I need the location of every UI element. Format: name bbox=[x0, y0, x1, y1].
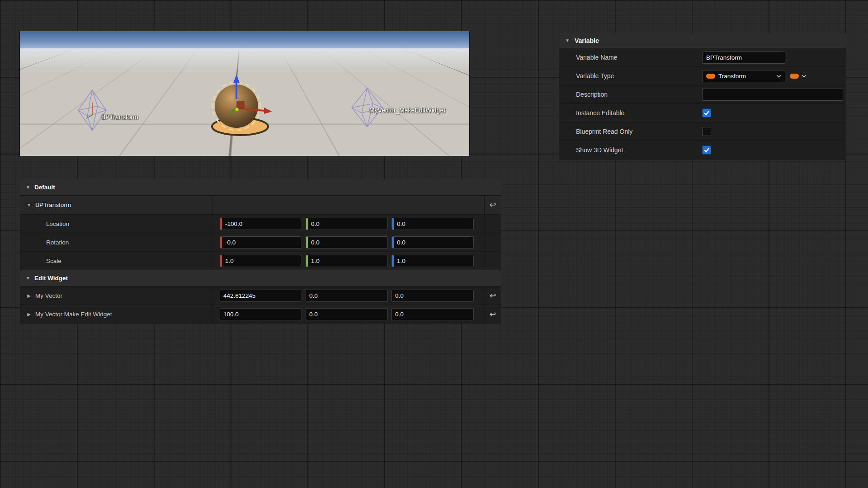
gizmo-x-arrowhead[interactable] bbox=[264, 108, 272, 114]
variable-name-label: Variable Name bbox=[559, 54, 702, 61]
rotation-label: Rotation bbox=[46, 239, 69, 246]
my-vector-row: ▶ My Vector ↩ bbox=[20, 286, 501, 305]
instance-editable-label: Instance Editable bbox=[559, 109, 702, 117]
my-vector-z-input[interactable] bbox=[392, 290, 473, 301]
chevron-down-icon bbox=[776, 75, 781, 78]
scale-x-input[interactable] bbox=[222, 255, 302, 267]
my-vector-z-field bbox=[392, 290, 474, 302]
my-vector-make-edit-widget-z-input[interactable] bbox=[392, 309, 473, 320]
expander-arrow-icon[interactable]: ▼ bbox=[25, 276, 31, 281]
scale-z-input[interactable] bbox=[394, 255, 473, 267]
variable-name-row: Variable Name bbox=[559, 48, 846, 67]
rotation-row: Rotation bbox=[20, 233, 501, 252]
location-row: Location bbox=[20, 215, 501, 233]
my-vector-make-edit-widget-z-field bbox=[392, 308, 474, 320]
level-viewport[interactable]: BPTransform MyVector_MakeEditWidget bbox=[20, 31, 469, 156]
show-3d-widget-label: Show 3D Widget bbox=[559, 146, 702, 154]
blueprint-read-only-row: Blueprint Read Only bbox=[559, 122, 846, 141]
variable-type-value: Transform bbox=[718, 73, 773, 80]
expander-arrow-icon[interactable]: ▼ bbox=[25, 185, 31, 190]
variable-category-header[interactable]: ▼ Variable bbox=[559, 33, 846, 48]
blueprint-read-only-checkbox[interactable] bbox=[702, 127, 711, 136]
expander-arrow-icon[interactable]: ▼ bbox=[565, 38, 570, 43]
show-3d-widget-checkbox[interactable] bbox=[702, 145, 711, 155]
my-vector-make-edit-widget-y-input[interactable] bbox=[306, 309, 387, 320]
variable-type-row: Variable Type Transform bbox=[559, 67, 846, 85]
collapsed-arrow-icon[interactable]: ▶ bbox=[26, 293, 32, 298]
category-edit-widget[interactable]: ▼ Edit Widget bbox=[20, 270, 501, 286]
my-vector-make-edit-widget-x-field bbox=[220, 308, 302, 320]
location-label: Location bbox=[46, 221, 69, 227]
blueprint-graph-background: BPTransform MyVector_MakeEditWidget ▼ Va… bbox=[0, 0, 868, 488]
location-y-input[interactable] bbox=[308, 218, 387, 230]
defaults-details-panel: ▼ Default ▼ BPTransform ↩ Location bbox=[20, 179, 501, 324]
rotation-x-field bbox=[220, 236, 302, 249]
category-default[interactable]: ▼ Default bbox=[20, 179, 501, 196]
reset-to-default-button[interactable]: ↩ bbox=[490, 201, 496, 209]
my-vector-make-edit-widget-y-field bbox=[306, 308, 388, 320]
variable-details-panel: ▼ Variable Variable Name Variable Type T… bbox=[559, 33, 846, 160]
gizmo-z-arrowhead[interactable] bbox=[233, 75, 240, 83]
my-vector-make-edit-widget-row: ▶ My Vector Make Edit Widget ↩ bbox=[20, 305, 501, 324]
scale-row: Scale bbox=[20, 252, 501, 270]
scale-z-field bbox=[392, 255, 474, 267]
blueprint-read-only-label: Blueprint Read Only bbox=[559, 128, 702, 135]
container-type-selector[interactable] bbox=[790, 74, 807, 79]
actor-label-myvector-makeeditwidget: MyVector_MakeEditWidget bbox=[369, 107, 445, 114]
reset-to-default-button[interactable]: ↩ bbox=[490, 292, 496, 300]
location-y-field bbox=[306, 218, 388, 230]
my-vector-y-input[interactable] bbox=[306, 290, 387, 301]
my-vector-label: My Vector bbox=[35, 292, 62, 299]
rotation-y-field bbox=[306, 236, 388, 249]
rotation-x-input[interactable] bbox=[222, 237, 302, 248]
scale-y-input[interactable] bbox=[308, 255, 387, 267]
collapsed-arrow-icon[interactable]: ▶ bbox=[26, 312, 32, 317]
rotation-z-input[interactable] bbox=[394, 237, 473, 248]
checkmark-icon bbox=[703, 109, 710, 117]
viewport-scene-overlay bbox=[20, 31, 469, 156]
bptransform-label: BPTransform bbox=[35, 202, 71, 208]
description-row: Description bbox=[559, 85, 846, 104]
actor-label-bptransform: BPTransform bbox=[101, 113, 138, 121]
category-edit-widget-title: Edit Widget bbox=[34, 275, 68, 282]
reset-to-default-button[interactable]: ↩ bbox=[490, 310, 496, 318]
variable-type-dropdown[interactable]: Transform bbox=[702, 70, 785, 82]
location-x-input[interactable] bbox=[222, 218, 302, 230]
description-input[interactable] bbox=[702, 89, 843, 101]
category-default-title: Default bbox=[34, 184, 55, 191]
scale-label: Scale bbox=[46, 258, 61, 264]
rotation-y-input[interactable] bbox=[308, 237, 387, 248]
my-vector-make-edit-widget-x-input[interactable] bbox=[220, 309, 302, 320]
rotation-z-field bbox=[392, 236, 474, 249]
description-label: Description bbox=[559, 91, 702, 98]
location-x-field bbox=[220, 218, 302, 230]
my-vector-x-field bbox=[220, 290, 302, 302]
transform-type-pill-icon bbox=[706, 74, 715, 79]
single-container-pill-icon bbox=[790, 74, 799, 79]
scale-x-field bbox=[220, 255, 302, 267]
instance-editable-row: Instance Editable bbox=[559, 104, 846, 122]
instance-editable-checkbox[interactable] bbox=[702, 108, 711, 117]
checkmark-icon bbox=[703, 146, 710, 154]
my-vector-make-edit-widget-label: My Vector Make Edit Widget bbox=[35, 311, 112, 318]
chevron-down-icon bbox=[802, 75, 807, 78]
location-z-input[interactable] bbox=[394, 218, 473, 230]
my-vector-y-field bbox=[306, 290, 388, 302]
show-3d-widget-row: Show 3D Widget bbox=[559, 141, 846, 160]
variable-type-label: Variable Type bbox=[559, 72, 702, 80]
location-z-field bbox=[392, 218, 474, 230]
expander-arrow-icon[interactable]: ▼ bbox=[26, 202, 32, 207]
scale-y-field bbox=[306, 255, 388, 267]
variable-name-input[interactable] bbox=[702, 52, 785, 64]
variable-panel-title: Variable bbox=[575, 37, 599, 44]
my-vector-x-input[interactable] bbox=[220, 290, 302, 301]
bptransform-row: ▼ BPTransform ↩ bbox=[20, 196, 501, 215]
gizmo-center-dot[interactable] bbox=[235, 108, 239, 111]
